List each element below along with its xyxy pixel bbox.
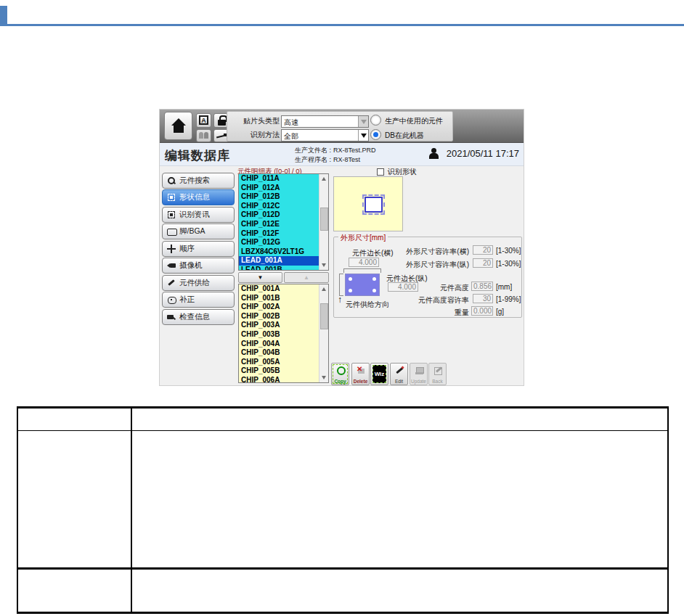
move-down-button[interactable]: ▼ <box>238 272 282 283</box>
list-item[interactable]: CHIP_002B <box>239 312 320 321</box>
list-item[interactable]: CHIP_012C <box>239 202 320 211</box>
scrollbar[interactable] <box>319 174 328 270</box>
tolerance-v-range: [1-30%] <box>496 260 521 268</box>
list-item[interactable]: CHIP_001B <box>239 294 320 303</box>
list-item-selected[interactable]: LEAD_001A <box>239 256 320 266</box>
part-height-field: 0.856 <box>471 282 493 291</box>
title-bar: 编辑数据库 生产文件名 :RX-8Test.PRD 生产程序名 :RX-8Tes… <box>160 143 524 166</box>
table-row-divider <box>18 567 667 570</box>
list-item[interactable]: CHIP_004B <box>239 348 320 358</box>
list-item[interactable]: CHIP_004A <box>239 340 320 349</box>
tolerance-v-field: 20 <box>473 258 493 268</box>
recog-method-label: 识别方法 <box>229 130 280 140</box>
back-button: Back <box>428 363 447 385</box>
users-icon <box>199 132 209 139</box>
copy-button[interactable]: Copy <box>331 363 349 385</box>
scrollbar[interactable] <box>319 284 328 382</box>
sidebar-item-sequence[interactable]: 顺序 <box>162 241 235 257</box>
sidebar-item-recognition-info[interactable]: 识别资讯 <box>162 207 235 223</box>
scroll-up-icon[interactable] <box>320 285 328 293</box>
part-height-label: 元件高度 <box>440 283 469 293</box>
home-button[interactable] <box>164 112 192 140</box>
head-type-label: 贴片头类型 <box>229 116 280 126</box>
production-file-label: 生产文件名 : <box>295 147 331 154</box>
sidebar-item-label: 补正 <box>179 295 195 305</box>
radio-db-machine[interactable] <box>370 129 381 140</box>
corner-dot <box>372 277 376 281</box>
camera-icon <box>167 261 176 270</box>
edit-button[interactable]: Edit <box>390 363 408 385</box>
sidebar-item-label: 元件供给 <box>179 278 210 288</box>
feeder-icon <box>167 279 176 287</box>
parts-list-upper[interactable]: CHIP_011A CHIP_012A CHIP_012B CHIP_012C … <box>238 173 329 271</box>
list-item[interactable]: CHIP_012A <box>239 184 320 193</box>
parts-list-lower[interactable]: CHIP_001A CHIP_001B CHIP_002A CHIP_002B … <box>238 284 329 383</box>
list-item[interactable]: CHIP_005A <box>239 358 320 367</box>
side-length-h-field: 4.000 <box>349 258 379 267</box>
sidebar-item-correction[interactable]: 补正 <box>162 292 235 308</box>
weight-field: 0.000 <box>471 306 493 316</box>
sidebar-item-part-search[interactable]: 元件搜索 <box>162 173 235 189</box>
chevron-down-icon <box>358 130 368 141</box>
supply-direction-label: 元件供给方向 <box>346 300 389 310</box>
scrollbar-thumb[interactable] <box>320 208 328 231</box>
list-item[interactable]: CHIP_005B <box>239 366 320 376</box>
heading-accent-bar <box>0 6 7 26</box>
user-icon[interactable] <box>428 148 440 160</box>
corner-dot <box>349 277 352 281</box>
page-title: 编辑数据库 <box>165 147 230 164</box>
component-diagram <box>345 274 380 296</box>
list-item[interactable]: CHIP_012F <box>239 229 320 239</box>
copy-icon <box>336 366 346 375</box>
sidebar-item-inspection-info[interactable]: 检查信息 <box>162 309 235 325</box>
sidebar-item-label: 形状信息 <box>179 192 210 202</box>
sidebar-item-label: 脚/BGA <box>179 226 205 237</box>
delete-button[interactable]: Delete <box>351 363 370 385</box>
list-item[interactable]: CHIP_012E <box>239 220 320 229</box>
scroll-down-icon[interactable] <box>320 374 328 382</box>
wizard-button[interactable]: Wiz <box>370 363 388 385</box>
measure-line-horizontal <box>343 268 381 273</box>
crosshair-icon <box>167 245 176 253</box>
list-item[interactable]: CHIP_003B <box>239 330 320 340</box>
head-type-dropdown[interactable]: 高速 <box>281 115 369 128</box>
list-item[interactable]: CHIP_011A <box>239 174 320 184</box>
sidebar-item-camera[interactable]: 摄像机 <box>162 258 235 274</box>
list-item[interactable]: LEAD_001B <box>239 266 320 271</box>
corner-dot <box>349 289 352 292</box>
tolerance-v-label: 外形尺寸容许率(纵) <box>406 260 469 270</box>
scrollbar-thumb[interactable] <box>320 303 328 329</box>
list-item[interactable]: CHIP_012D <box>239 210 320 220</box>
weight-unit: [g] <box>496 308 504 316</box>
recognize-shape-checkbox[interactable] <box>377 168 384 176</box>
list-item[interactable]: CHIP_003A <box>239 321 320 330</box>
sidebar-item-pin-bga[interactable]: 脚/BGA <box>162 223 235 239</box>
recognize-shape-label: 识别形状 <box>388 167 417 177</box>
sidebar-item-shape-info[interactable]: 形状信息 <box>162 189 235 205</box>
list-item[interactable]: CHIP_001A <box>239 284 320 294</box>
filter-panel: 贴片头类型 高速 识别方法 全部 生产中使用的元件 DB在此机器 <box>227 111 453 141</box>
scroll-down-icon[interactable] <box>320 261 328 269</box>
scroll-up-icon[interactable] <box>320 175 328 183</box>
list-item[interactable]: CHIP_012G <box>239 238 320 247</box>
machine-ui-screenshot: A 贴片头类型 高速 识别方法 全部 生产中使用的元件 DB在此机器 <box>159 109 524 386</box>
corner-dot <box>372 289 376 292</box>
production-file-value: RX-8Test.PRD <box>333 147 376 154</box>
users-button <box>196 129 211 142</box>
auto-mode-button[interactable]: A <box>196 113 211 128</box>
doc-table <box>17 406 669 614</box>
recog-method-value: 全部 <box>284 131 298 141</box>
weight-label: 重量 <box>455 308 469 318</box>
list-item[interactable]: CHIP_006A <box>239 376 320 383</box>
recog-method-dropdown[interactable]: 全部 <box>281 129 369 141</box>
list-item[interactable]: CHIP_002A <box>239 303 320 312</box>
table-column-divider <box>131 408 132 612</box>
sidebar-item-part-supply[interactable]: 元件供给 <box>162 275 235 291</box>
edit-icon <box>395 366 404 375</box>
lock-icon <box>218 115 226 126</box>
radio-db-label: DB在此机器 <box>385 131 424 141</box>
radio-production-parts[interactable] <box>370 115 381 126</box>
list-item[interactable]: CHIP_012B <box>239 192 320 202</box>
list-item[interactable]: LBZX84C6V2LT1G <box>239 247 320 257</box>
move-up-button: ▲ <box>284 272 329 283</box>
